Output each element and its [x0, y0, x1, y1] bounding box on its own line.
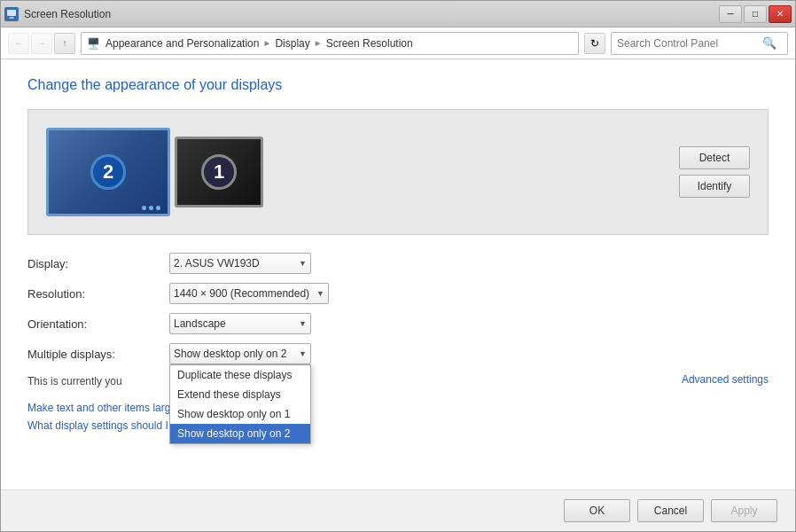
orientation-value: Landscape	[174, 317, 226, 330]
dot-1	[142, 206, 146, 210]
display-value: 2. ASUS VW193D	[174, 257, 260, 270]
detect-button[interactable]: Detect	[679, 146, 750, 169]
search-input[interactable]	[617, 37, 759, 50]
apply-button[interactable]: Apply	[711, 499, 777, 522]
breadcrumb-resolution: Screen Resolution	[326, 37, 413, 50]
monitor-2[interactable]: 2	[46, 128, 170, 216]
make-text-larger-link[interactable]: Make text and other items larger or smal…	[27, 402, 769, 414]
close-button[interactable]: ✕	[769, 5, 792, 23]
multiple-displays-arrow-icon: ▼	[299, 349, 307, 358]
address-path[interactable]: 🖥️ Appearance and Personalization ► Disp…	[81, 32, 579, 55]
svg-rect-1	[10, 17, 13, 18]
resolution-arrow-icon: ▼	[316, 289, 324, 298]
breadcrumb-appearances: Appearance and Personalization	[105, 37, 259, 50]
display-label: Display:	[27, 257, 169, 270]
footer: OK Cancel Apply	[1, 489, 795, 531]
multiple-displays-value: Show desktop only on 2	[174, 348, 286, 360]
form-info-row: This is currently you Advanced settings	[27, 373, 769, 387]
cancel-button[interactable]: Cancel	[637, 499, 704, 522]
monitor-icon	[4, 7, 19, 21]
up-button[interactable]: ↑	[54, 33, 75, 54]
advanced-settings-link[interactable]: Advanced settings	[682, 373, 769, 386]
dropdown-item-extend[interactable]: Extend these displays	[170, 385, 310, 404]
info-text: This is currently you	[27, 375, 122, 387]
address-bar: ← → ↑ 🖥️ Appearance and Personalization …	[1, 27, 795, 59]
nav-buttons: ← → ↑	[8, 33, 75, 54]
forward-button[interactable]: →	[31, 33, 52, 54]
screen-resolution-window: Screen Resolution ─ □ ✕ ← → ↑ 🖥️ Appeara…	[0, 0, 796, 532]
ok-button[interactable]: OK	[564, 499, 630, 522]
dot-2	[149, 206, 153, 210]
identify-button[interactable]: Identify	[679, 175, 750, 198]
links-section: Make text and other items larger or smal…	[27, 402, 769, 432]
search-icon: 🔍	[762, 36, 776, 50]
what-display-settings-link[interactable]: What display settings should I choose?	[27, 419, 769, 432]
path-icon: 🖥️	[87, 37, 100, 50]
content-area: Change the appearance of your displays 2…	[1, 59, 795, 489]
title-bar: Screen Resolution ─ □ ✕	[1, 1, 795, 27]
preview-buttons: Detect Identify	[679, 146, 750, 198]
orientation-select[interactable]: Landscape ▼	[169, 313, 311, 334]
multiple-displays-dropdown: Duplicate these displays Extend these di…	[169, 364, 311, 444]
form-section: Display: 2. ASUS VW193D ▼ Resolution: 14…	[27, 253, 769, 364]
search-box[interactable]: 🔍	[611, 32, 788, 55]
multiple-displays-select[interactable]: Show desktop only on 2 ▼	[169, 343, 311, 364]
monitor-1-number: 1	[201, 154, 237, 190]
svg-rect-2	[9, 18, 14, 19]
monitors-container: 2 1	[46, 128, 263, 216]
maximize-button[interactable]: □	[744, 5, 767, 23]
page-title: Change the appearance of your displays	[27, 77, 769, 93]
monitor-2-indicators	[142, 206, 160, 210]
title-bar-controls: ─ □ ✕	[719, 5, 792, 23]
refresh-button[interactable]: ↻	[584, 33, 605, 54]
title-bar-left: Screen Resolution	[4, 7, 111, 21]
display-select[interactable]: 2. ASUS VW193D ▼	[169, 253, 311, 274]
back-button[interactable]: ←	[8, 33, 29, 54]
resolution-select[interactable]: 1440 × 900 (Recommended) ▼	[169, 283, 329, 304]
resolution-label: Resolution:	[27, 287, 169, 301]
resolution-value: 1440 × 900 (Recommended)	[174, 287, 309, 300]
multiple-displays-label: Multiple displays:	[27, 348, 169, 361]
dropdown-item-desktop-only-2[interactable]: Show desktop only on 2	[170, 424, 310, 443]
display-preview-area: 2 1 Detect Identify	[27, 109, 769, 235]
orientation-label: Orientation:	[27, 317, 169, 331]
multiple-displays-wrapper: Show desktop only on 2 ▼ Duplicate these…	[169, 343, 769, 364]
svg-rect-0	[7, 10, 16, 16]
dot-3	[156, 206, 160, 210]
minimize-button[interactable]: ─	[719, 5, 742, 23]
orientation-arrow-icon: ▼	[299, 319, 307, 328]
dropdown-item-duplicate[interactable]: Duplicate these displays	[170, 365, 310, 385]
breadcrumb-display: Display	[275, 37, 309, 50]
window-title: Screen Resolution	[24, 8, 111, 20]
display-arrow-icon: ▼	[299, 259, 307, 268]
dropdown-item-desktop-only-1[interactable]: Show desktop only on 1	[170, 404, 310, 424]
monitor-1[interactable]: 1	[175, 137, 263, 207]
monitor-2-number: 2	[90, 154, 126, 190]
